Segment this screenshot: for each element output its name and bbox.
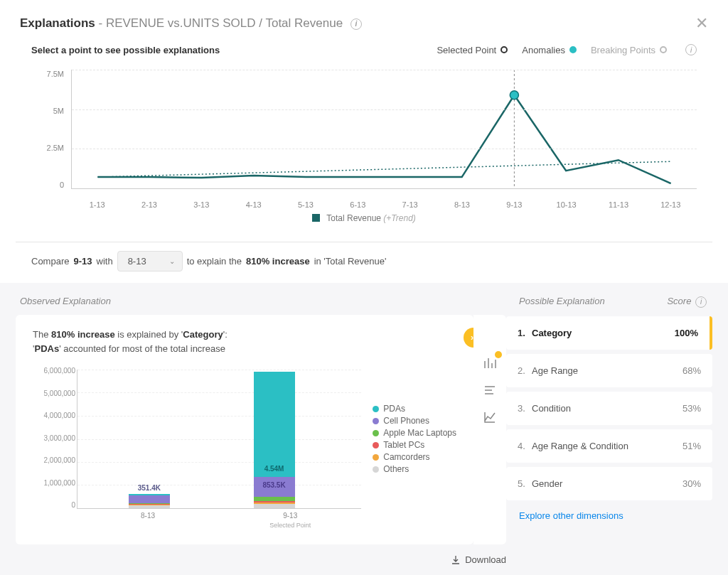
- dot-badge-icon: [495, 351, 502, 358]
- list-icon[interactable]: [480, 380, 500, 400]
- circle-icon: [373, 406, 379, 412]
- bar-legend-item[interactable]: Others: [373, 464, 456, 474]
- circle-icon: [373, 466, 379, 473]
- circle-fill-icon: [569, 46, 577, 53]
- bar-legend-item[interactable]: Cell Phones: [373, 416, 456, 426]
- svg-line-0: [97, 161, 670, 177]
- observed-header: Observed Explanation: [16, 296, 506, 315]
- bar-legend-item[interactable]: Camcorders: [373, 452, 456, 462]
- circle-icon: [373, 418, 379, 424]
- bar-y-axis: 6,000,000 5,000,000 4,000,000 3,000,000 …: [33, 367, 75, 509]
- chart-legend-row: Selected Point Anomalies Breaking Points…: [437, 44, 697, 55]
- header-bar: Explanations - REVENUE vs.UNITS SOLD / T…: [0, 0, 728, 44]
- explanation-item[interactable]: 3.Condition53%: [506, 392, 712, 425]
- circle-icon: [373, 454, 379, 461]
- info-icon[interactable]: i: [695, 296, 707, 308]
- circle-icon: [373, 442, 379, 448]
- observed-card: ›› The 810% increase is explained by 'Ca…: [16, 315, 473, 544]
- info-icon[interactable]: i: [350, 18, 362, 30]
- svg-point-2: [510, 91, 518, 100]
- y-axis: 7.5M 5M 2.5M 0: [36, 70, 64, 189]
- chart-prompt: Select a point to see possible explanati…: [31, 45, 220, 55]
- explanation-item[interactable]: 5.Gender30%: [506, 467, 712, 500]
- explanation-list: 1.Category100%2.Age Range68%3.Condition5…: [506, 316, 712, 500]
- circle-icon: [373, 430, 379, 436]
- chevron-down-icon: ⌄: [169, 257, 175, 265]
- bar-chart-icon[interactable]: [480, 353, 500, 373]
- circle-outline-icon: [500, 46, 508, 53]
- plot-area[interactable]: [71, 70, 697, 189]
- side-tools: [473, 315, 506, 544]
- bar-x-axis: 8-13 9-13Selected Point: [77, 511, 361, 530]
- title-sub: - REVENUE vs.UNITS SOLD / Total Revenue: [95, 16, 343, 30]
- explanation-item[interactable]: 1.Category100%: [506, 316, 712, 350]
- x-axis: 1-13 2-13 3-13 4-13 5-13 6-13 7-13 8-13 …: [71, 195, 697, 209]
- compare-row: Compare 9-13 with 8-13 ⌄ to explain the …: [0, 251, 728, 283]
- line-chart-icon[interactable]: [480, 407, 500, 427]
- score-header: Score i: [667, 296, 707, 316]
- legend-breaking-points[interactable]: Breaking Points: [591, 45, 667, 55]
- legend-anomalies[interactable]: Anomalies: [522, 45, 577, 55]
- title-main: Explanations: [20, 16, 95, 30]
- explanation-item[interactable]: 4.Age Range & Condition51%: [506, 429, 712, 463]
- possible-header: Possible Explanation: [519, 296, 605, 316]
- legend-selected-point[interactable]: Selected Point: [437, 45, 508, 55]
- page-title: Explanations - REVENUE vs.UNITS SOLD / T…: [20, 16, 362, 31]
- series-legend: Total Revenue (+Trend): [31, 213, 697, 223]
- square-icon: [312, 214, 320, 222]
- compare-select[interactable]: 8-13 ⌄: [117, 251, 183, 272]
- download-icon: [451, 555, 461, 565]
- circle-outline-icon: [660, 46, 667, 53]
- explore-link[interactable]: Explore other dimensions: [506, 510, 623, 521]
- close-icon[interactable]: ✕: [695, 14, 708, 33]
- stacked-bar-chart[interactable]: 6,000,000 5,000,000 4,000,000 3,000,000 …: [33, 367, 361, 530]
- explanation-item[interactable]: 2.Age Range68%: [506, 354, 712, 387]
- bar-legend-item[interactable]: Tablet PCs: [373, 440, 456, 450]
- bar-legend-item[interactable]: Apple Mac Laptops: [373, 428, 456, 438]
- info-icon[interactable]: i: [685, 44, 697, 55]
- bar-legend: PDAsCell PhonesApple Mac LaptopsTablet P…: [373, 367, 456, 530]
- observed-text: The 810% increase is explained by 'Categ…: [33, 328, 456, 355]
- download-link[interactable]: Download: [451, 554, 506, 565]
- bar-legend-item[interactable]: PDAs: [373, 404, 456, 414]
- line-chart[interactable]: 7.5M 5M 2.5M 0: [38, 67, 697, 209]
- divider: [16, 242, 712, 242]
